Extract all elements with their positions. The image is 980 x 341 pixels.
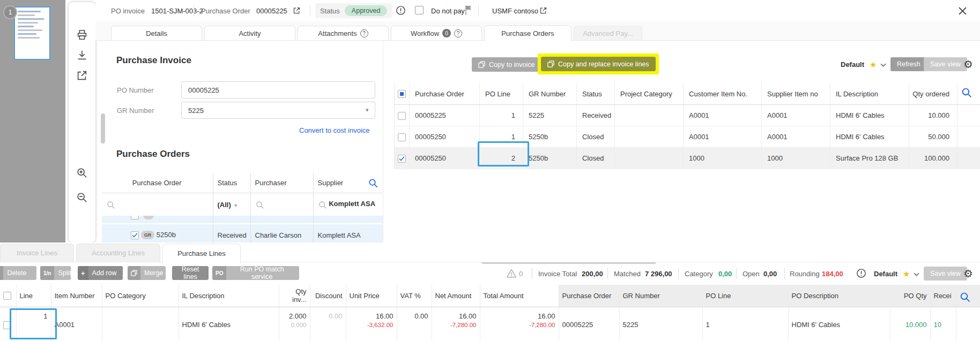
row-checkbox[interactable]	[131, 216, 139, 219]
col-il-description[interactable]: IL Description	[179, 285, 279, 307]
mini-col-status[interactable]: Status	[213, 173, 250, 193]
add-row-button[interactable]: + Add row	[78, 266, 123, 280]
col-unit-price[interactable]: Unit Price	[346, 285, 397, 307]
run-po-match-button[interactable]: PO Run PO match service	[212, 266, 299, 280]
star-icon[interactable]: ★	[903, 269, 910, 279]
col-po-line[interactable]: PO Line	[702, 285, 788, 307]
col-po-line[interactable]: PO Line	[480, 83, 523, 105]
save-view-button[interactable]: Save view	[924, 57, 967, 71]
col-purchase-order[interactable]: Purchase Order	[559, 285, 619, 307]
col-po-category[interactable]: PO Category	[102, 285, 179, 307]
col-po-qty[interactable]: PO Qty	[890, 285, 930, 307]
tab-invoice-lines[interactable]: Invoice Lines	[0, 244, 74, 262]
open-purchase-order-icon[interactable]	[293, 6, 301, 14]
page-thumbnail[interactable]	[14, 6, 50, 60]
selected-cell-highlight-line	[10, 308, 57, 339]
tab-activity[interactable]: Activity	[204, 26, 295, 40]
view-selector-label[interactable]: Default	[841, 60, 864, 69]
split-button[interactable]: 1/n Split	[40, 266, 71, 280]
mini-filter-purchaser[interactable]	[250, 193, 313, 216]
mini-filter-po[interactable]	[102, 193, 213, 216]
tab-accounting-lines[interactable]: Accounting Lines	[76, 244, 160, 262]
gear-icon[interactable]: ⚙	[963, 59, 973, 70]
chevron-down-icon[interactable]	[880, 63, 886, 67]
col-purchase-order[interactable]: Purchase Order	[410, 83, 480, 105]
col-qty-invoiced[interactable]: Qty inv...	[279, 285, 310, 307]
po-grid-row-1[interactable]: 00005225 1 5225 Received A0001 A0001 HDM…	[395, 105, 980, 126]
col-il-description[interactable]: IL Description	[830, 83, 909, 105]
open-company-icon[interactable]	[539, 6, 547, 14]
col-vat[interactable]: VAT %	[397, 285, 432, 307]
tab-details[interactable]: Details	[111, 26, 202, 40]
col-total-amount[interactable]: Total Amount	[480, 285, 559, 307]
chevron-down-icon[interactable]: ▾	[366, 107, 369, 113]
grid-search-icon[interactable]	[961, 87, 972, 98]
col-po-description[interactable]: PO Description	[788, 285, 890, 307]
cell-supp-item: 1000	[762, 148, 830, 169]
flag-icon[interactable]	[464, 5, 473, 16]
bottom-grid-search-icon[interactable]	[959, 291, 970, 302]
mini-col-purchase-order[interactable]: Purchase Order	[102, 173, 213, 193]
row-checkbox-checked[interactable]	[398, 155, 406, 163]
row-checkbox[interactable]	[398, 112, 406, 120]
download-icon[interactable]	[76, 49, 88, 61]
copy-to-invoice-button[interactable]: Copy to invoice	[472, 57, 541, 72]
tab-attachments[interactable]: Attachments ?	[298, 26, 389, 40]
col-gr-number[interactable]: GR Number	[619, 285, 702, 307]
col-discount[interactable]: Discount	[310, 285, 346, 307]
tab-workflow[interactable]: Workflow 0 ?	[391, 26, 482, 40]
rounding-value: 184,00	[822, 270, 843, 278]
col-qty-ordered[interactable]: Qty ordered	[909, 83, 957, 105]
chevron-down-icon[interactable]	[914, 272, 919, 276]
mini-filter-supplier[interactable]: Komplett ASA	[313, 193, 383, 216]
select-all-checkbox[interactable]	[398, 90, 406, 98]
status-label: Status	[320, 7, 340, 15]
do-not-pay-checkbox[interactable]	[415, 6, 424, 14]
mini-grid-partial-row[interactable]	[102, 216, 383, 224]
col-status[interactable]: Status	[577, 83, 615, 105]
col-line[interactable]: Line	[16, 285, 51, 307]
mini-filter-status[interactable]: (All) ▾	[213, 193, 250, 216]
delete-button[interactable]: ✕ Delete	[0, 266, 36, 280]
refresh-label: Refresh	[897, 60, 920, 68]
gear-icon[interactable]: ⚙	[963, 268, 973, 279]
cell-il-desc: HDMI 6' Cables	[179, 307, 279, 341]
zoom-out-icon[interactable]	[76, 192, 88, 203]
close-icon[interactable]	[959, 7, 967, 15]
col-received[interactable]: Recei	[930, 285, 956, 307]
refresh-button[interactable]: Refresh	[890, 57, 927, 71]
open-in-new-icon[interactable]	[76, 70, 88, 81]
purchase-orders-title: Purchase Orders	[116, 149, 190, 160]
col-customer-item[interactable]: Customer Item No.	[684, 83, 762, 105]
bottom-save-view-label: Save view	[930, 270, 961, 277]
cell-cust-item: 1000	[684, 148, 762, 169]
col-item-number[interactable]: Item Number	[51, 285, 102, 307]
convert-to-cost-invoice-link[interactable]: Convert to cost invoice	[299, 126, 370, 134]
star-icon[interactable]: ★	[870, 60, 877, 70]
po-number-input[interactable]	[181, 81, 375, 98]
divider	[310, 5, 310, 17]
zoom-in-icon[interactable]	[76, 167, 88, 179]
gr-number-input[interactable]	[181, 102, 375, 119]
print-icon[interactable]	[76, 29, 88, 41]
bottom-save-view-button[interactable]: Save view	[924, 267, 967, 281]
col-supplier-item[interactable]: Supplier Item no	[762, 83, 830, 105]
col-project-category[interactable]: Project Category	[615, 83, 684, 105]
cell-gr: 5225	[619, 307, 702, 341]
left-panel-scrollbar[interactable]	[101, 113, 105, 143]
reset-lines-button[interactable]: Reset lines	[172, 266, 209, 280]
col-net-amount[interactable]: Net Amount	[432, 285, 480, 307]
tab-purchase-orders[interactable]: Purchase Orders	[484, 25, 571, 41]
cell-il-desc: HDMI 6' Cables	[830, 126, 909, 148]
row-checkbox-checked[interactable]	[131, 231, 139, 239]
copy-and-replace-invoice-lines-button[interactable]: Copy and replace invoice lines	[541, 57, 656, 71]
tab-purchase-lines[interactable]: Purchase Lines	[162, 244, 241, 263]
bottom-view-selector-label[interactable]: Default	[874, 270, 897, 278]
select-all-checkbox[interactable]	[3, 292, 11, 300]
invoice-line-row-1[interactable]: 1 A0001 HDMI 6' Cables 2.000 0.000 0.00 …	[0, 307, 980, 341]
mini-grid-search-icon[interactable]	[368, 178, 378, 188]
col-gr-number[interactable]: GR Number	[523, 83, 577, 105]
merge-button[interactable]: Merge	[128, 266, 166, 280]
mini-col-purchaser[interactable]: Purchaser	[250, 173, 313, 193]
row-checkbox[interactable]	[398, 133, 406, 141]
